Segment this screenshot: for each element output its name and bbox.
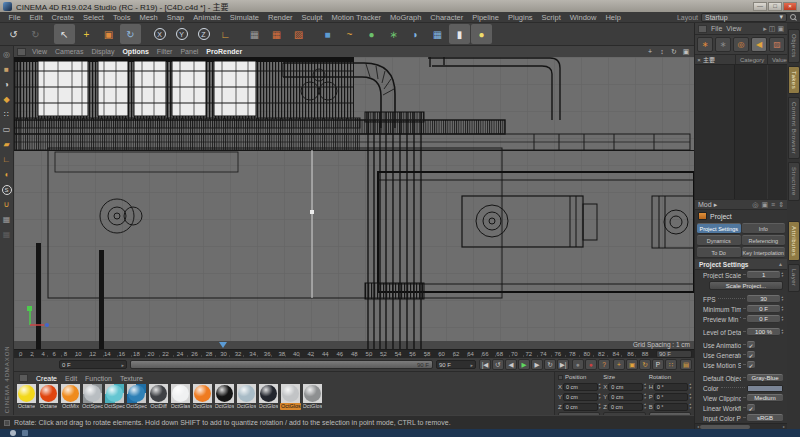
use-generators-checkbox[interactable]: ✓ <box>747 351 755 359</box>
play-backwards-icon[interactable]: ↺ <box>492 359 504 370</box>
panel-tab[interactable]: Attributes <box>788 221 800 261</box>
undo-icon[interactable]: ↺ <box>3 24 24 44</box>
keyframe-selection-icon[interactable]: ? <box>598 359 610 370</box>
go-to-end-icon[interactable]: ▶| <box>557 359 569 370</box>
section-header[interactable]: Project Settings ▲ <box>695 259 787 270</box>
linear-workflow-checkbox[interactable]: ✓ <box>747 404 755 412</box>
timeline-range-slider[interactable]: 90 F <box>130 360 433 369</box>
menu-item[interactable]: Plugins <box>503 13 537 22</box>
render-settings-icon[interactable]: ▨ <box>288 24 309 44</box>
preview-min-time-input[interactable]: 0 F <box>747 315 780 323</box>
record-parameter-icon[interactable]: P <box>652 359 664 370</box>
viewport-menu-item[interactable]: Display <box>87 48 118 55</box>
live-selection-icon[interactable]: ↖ <box>54 24 75 44</box>
menu-item[interactable]: Character <box>426 13 468 22</box>
rotate-icon[interactable]: ↻ <box>120 24 141 44</box>
deformer-icon[interactable]: ◗ <box>405 24 426 44</box>
search-icon[interactable]: ◎ <box>752 201 758 209</box>
menu-item[interactable]: Script <box>537 13 565 22</box>
menu-item[interactable]: Tools <box>108 13 135 22</box>
mode-arrow-icon[interactable]: ▸ <box>714 201 718 209</box>
timeline-options-icon[interactable]: ▤ <box>680 359 692 370</box>
record-active-objects-icon[interactable]: ● <box>572 359 584 370</box>
solo-take-icon[interactable]: ◀ <box>751 37 767 52</box>
record-pla-icon[interactable]: ∷ <box>665 359 677 370</box>
attribute-tab[interactable]: To Do <box>697 247 741 258</box>
position-checkbox[interactable] <box>558 375 563 380</box>
OctGlos[interactable]: OctGlos <box>214 384 235 410</box>
current-frame-field[interactable]: 0 F▸ <box>59 360 127 369</box>
lock-x-axis-icon[interactable]: X <box>149 24 170 44</box>
toolbar-icon[interactable] <box>237 24 243 44</box>
OctGlos[interactable]: OctGlos <box>302 384 323 410</box>
fps-input[interactable]: 30 <box>747 295 780 303</box>
close-icon[interactable]: × <box>695 57 703 63</box>
category-column-header[interactable]: Category <box>735 55 767 64</box>
dock-icon[interactable]: ◫ <box>769 25 776 33</box>
menu-item[interactable]: Window <box>565 13 601 22</box>
OctGlos[interactable]: OctGlos <box>192 384 213 410</box>
main-take[interactable]: 主要 <box>703 55 733 64</box>
view-menu[interactable]: View <box>726 25 741 32</box>
panel-tab[interactable]: Structure <box>788 162 800 201</box>
take-tree[interactable] <box>695 65 735 199</box>
spinner-icon[interactable]: ▴▾ <box>781 329 783 336</box>
size-z-field[interactable]: 0 cm <box>608 403 643 411</box>
lock-icon[interactable]: ▣ <box>761 201 768 209</box>
next-frame-icon[interactable]: ▶ <box>531 359 543 370</box>
viewport-menu-item[interactable]: View <box>28 48 51 55</box>
make-editable-icon[interactable]: ◎ <box>0 47 14 62</box>
OctGlos[interactable]: OctGlos <box>258 384 279 410</box>
close-button[interactable]: × <box>783 2 797 11</box>
search-icon[interactable] <box>790 14 796 20</box>
mode-dropdown[interactable]: Mod <box>698 201 712 208</box>
record-rotation-icon[interactable]: ↻ <box>639 359 651 370</box>
menu-item[interactable]: Animate <box>189 13 226 22</box>
OctDiff[interactable]: OctDiff <box>148 384 169 410</box>
polygons-mode-icon[interactable]: ▰ <box>0 137 14 152</box>
locked-workplane-icon[interactable]: ▦ <box>0 227 14 242</box>
toolbar-icon[interactable] <box>142 24 148 44</box>
max-frame-box[interactable]: 90 F <box>656 350 692 358</box>
move-icon[interactable]: + <box>76 24 97 44</box>
attribute-tab[interactable]: Referencing <box>742 235 786 246</box>
menu-item[interactable]: Snap <box>162 13 189 22</box>
render-picture-viewer-icon[interactable]: ▦ <box>266 24 287 44</box>
OctSpec[interactable]: OctSpec <box>104 384 125 410</box>
position-x-field[interactable]: 0 cm <box>563 383 598 391</box>
OctMix[interactable]: OctMix <box>60 384 81 410</box>
minimize-button[interactable]: — <box>753 2 767 11</box>
camera-icon[interactable]: ▮ <box>449 24 470 44</box>
menu-item[interactable]: Select <box>79 13 109 22</box>
record-position-icon[interactable]: + <box>613 359 625 370</box>
rotation-p-field[interactable]: 0 ° <box>654 393 689 401</box>
zoom-view-icon[interactable]: ↕ <box>657 47 667 56</box>
spline-pen-icon[interactable]: ~ <box>339 24 360 44</box>
use-motion-system-checkbox[interactable]: ✓ <box>747 361 755 369</box>
material-menu-item[interactable]: Edit <box>65 375 77 382</box>
value-column-header[interactable]: Value <box>767 55 787 64</box>
viewport-solo-icon[interactable]: ◖ <box>0 167 14 182</box>
toolbar-icon[interactable] <box>310 24 316 44</box>
spinner-icon[interactable]: ▴▾ <box>781 316 783 323</box>
viewport-menu-icon[interactable] <box>17 48 26 56</box>
OctSpec[interactable]: OctSpec <box>126 384 147 410</box>
menu-item[interactable]: Simulate <box>225 13 263 22</box>
OctGlos[interactable]: OctGlos <box>280 384 301 410</box>
scroll-up-icon[interactable]: ▲ <box>778 261 783 267</box>
render-view-icon[interactable]: ▦ <box>244 24 265 44</box>
menu-item[interactable]: Help <box>601 13 625 22</box>
menu-item[interactable]: MoGraph <box>386 13 426 22</box>
menu-item[interactable]: Edit <box>25 13 47 22</box>
scale-icon[interactable]: ▣ <box>98 24 119 44</box>
app-icon[interactable] <box>22 430 28 436</box>
subdivision-surface-icon[interactable]: ● <box>361 24 382 44</box>
minimum-time-input[interactable]: 0 F <box>747 305 780 313</box>
browser-icon[interactable] <box>10 430 16 436</box>
panel-tab[interactable]: Content Browser <box>788 97 800 159</box>
redo-icon[interactable]: ↻ <box>25 24 46 44</box>
light-icon[interactable]: ● <box>471 24 492 44</box>
panel-tab[interactable]: Takes <box>788 66 800 94</box>
OctGlos[interactable]: OctGlos <box>236 384 257 410</box>
position-z-field[interactable]: 0 cm <box>563 403 598 411</box>
